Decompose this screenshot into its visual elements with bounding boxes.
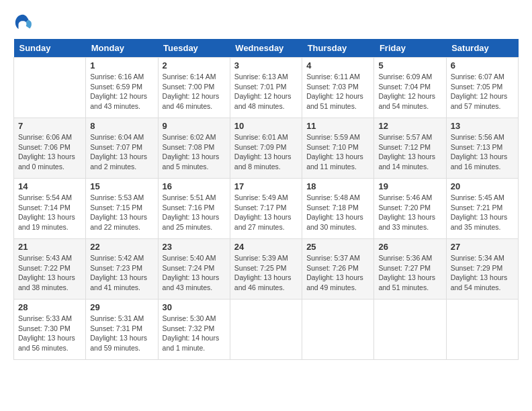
calendar-cell: 20Sunrise: 5:45 AMSunset: 7:21 PMDayligh… bbox=[446, 179, 518, 239]
column-header-saturday: Saturday bbox=[446, 39, 518, 58]
day-number: 22 bbox=[90, 242, 153, 252]
column-header-monday: Monday bbox=[86, 39, 158, 58]
day-number: 29 bbox=[90, 302, 153, 312]
day-info: Sunrise: 5:43 AMSunset: 7:22 PMDaylight:… bbox=[18, 253, 81, 293]
calendar-cell: 24Sunrise: 5:39 AMSunset: 7:25 PMDayligh… bbox=[230, 239, 302, 300]
calendar-cell: 30Sunrise: 5:30 AMSunset: 7:32 PMDayligh… bbox=[158, 300, 230, 360]
day-info: Sunrise: 5:31 AMSunset: 7:31 PMDaylight:… bbox=[90, 314, 153, 353]
day-number: 30 bbox=[163, 302, 226, 312]
day-number: 23 bbox=[163, 242, 226, 252]
calendar-cell bbox=[374, 300, 446, 360]
day-info: Sunrise: 5:53 AMSunset: 7:15 PMDaylight:… bbox=[90, 193, 153, 232]
calendar-cell: 10Sunrise: 6:01 AMSunset: 7:09 PMDayligh… bbox=[230, 118, 302, 179]
column-header-friday: Friday bbox=[374, 39, 446, 58]
day-number: 24 bbox=[234, 242, 298, 252]
day-number: 7 bbox=[18, 121, 81, 131]
calendar-cell: 26Sunrise: 5:36 AMSunset: 7:27 PMDayligh… bbox=[374, 239, 446, 300]
day-info: Sunrise: 6:07 AMSunset: 7:05 PMDaylight:… bbox=[451, 72, 514, 111]
header bbox=[13, 13, 519, 32]
day-number: 6 bbox=[451, 60, 514, 71]
day-info: Sunrise: 5:34 AMSunset: 7:29 PMDaylight:… bbox=[451, 253, 514, 293]
calendar-cell bbox=[14, 58, 86, 118]
column-header-thursday: Thursday bbox=[302, 39, 374, 58]
day-info: Sunrise: 6:06 AMSunset: 7:06 PMDaylight:… bbox=[18, 132, 81, 172]
day-info: Sunrise: 5:33 AMSunset: 7:30 PMDaylight:… bbox=[18, 314, 81, 353]
calendar-header-row: SundayMondayTuesdayWednesdayThursdayFrid… bbox=[14, 39, 519, 58]
day-number: 14 bbox=[18, 181, 81, 191]
day-number: 5 bbox=[378, 60, 441, 71]
day-info: Sunrise: 5:46 AMSunset: 7:20 PMDaylight:… bbox=[378, 193, 441, 232]
day-info: Sunrise: 6:02 AMSunset: 7:08 PMDaylight:… bbox=[163, 132, 226, 172]
day-number: 28 bbox=[18, 302, 81, 312]
day-info: Sunrise: 5:57 AMSunset: 7:12 PMDaylight:… bbox=[378, 132, 441, 172]
calendar-cell: 2Sunrise: 6:14 AMSunset: 7:00 PMDaylight… bbox=[158, 58, 230, 118]
day-number: 8 bbox=[90, 121, 153, 131]
calendar-week-2: 7Sunrise: 6:06 AMSunset: 7:06 PMDaylight… bbox=[14, 118, 519, 179]
day-info: Sunrise: 6:09 AMSunset: 7:04 PMDaylight:… bbox=[378, 72, 441, 111]
column-header-wednesday: Wednesday bbox=[230, 39, 302, 58]
calendar-cell: 3Sunrise: 6:13 AMSunset: 7:01 PMDaylight… bbox=[230, 58, 302, 118]
day-info: Sunrise: 5:48 AMSunset: 7:18 PMDaylight:… bbox=[306, 193, 369, 232]
day-info: Sunrise: 6:16 AMSunset: 6:59 PMDaylight:… bbox=[90, 72, 153, 111]
calendar-cell: 6Sunrise: 6:07 AMSunset: 7:05 PMDaylight… bbox=[446, 58, 518, 118]
day-number: 20 bbox=[451, 181, 514, 191]
calendar-cell: 22Sunrise: 5:42 AMSunset: 7:23 PMDayligh… bbox=[86, 239, 158, 300]
calendar-cell bbox=[230, 300, 302, 360]
calendar-week-5: 28Sunrise: 5:33 AMSunset: 7:30 PMDayligh… bbox=[14, 300, 519, 360]
day-number: 16 bbox=[163, 181, 226, 191]
calendar-cell: 1Sunrise: 6:16 AMSunset: 6:59 PMDaylight… bbox=[86, 58, 158, 118]
day-number: 18 bbox=[306, 181, 369, 191]
calendar: SundayMondayTuesdayWednesdayThursdayFrid… bbox=[13, 39, 519, 360]
column-header-tuesday: Tuesday bbox=[158, 39, 230, 58]
day-number: 1 bbox=[90, 60, 153, 71]
calendar-cell: 9Sunrise: 6:02 AMSunset: 7:08 PMDaylight… bbox=[158, 118, 230, 179]
day-number: 4 bbox=[306, 60, 369, 71]
day-info: Sunrise: 5:49 AMSunset: 7:17 PMDaylight:… bbox=[234, 193, 298, 232]
day-number: 9 bbox=[163, 121, 226, 131]
day-info: Sunrise: 5:40 AMSunset: 7:24 PMDaylight:… bbox=[163, 253, 226, 293]
day-info: Sunrise: 5:59 AMSunset: 7:10 PMDaylight:… bbox=[306, 132, 369, 172]
calendar-cell: 19Sunrise: 5:46 AMSunset: 7:20 PMDayligh… bbox=[374, 179, 446, 239]
day-info: Sunrise: 5:39 AMSunset: 7:25 PMDaylight:… bbox=[234, 253, 298, 293]
calendar-cell: 12Sunrise: 5:57 AMSunset: 7:12 PMDayligh… bbox=[374, 118, 446, 179]
day-number: 21 bbox=[18, 242, 81, 252]
calendar-cell: 11Sunrise: 5:59 AMSunset: 7:10 PMDayligh… bbox=[302, 118, 374, 179]
day-number: 25 bbox=[306, 242, 369, 252]
calendar-cell: 21Sunrise: 5:43 AMSunset: 7:22 PMDayligh… bbox=[14, 239, 86, 300]
calendar-week-4: 21Sunrise: 5:43 AMSunset: 7:22 PMDayligh… bbox=[14, 239, 519, 300]
calendar-cell: 15Sunrise: 5:53 AMSunset: 7:15 PMDayligh… bbox=[86, 179, 158, 239]
calendar-cell: 14Sunrise: 5:54 AMSunset: 7:14 PMDayligh… bbox=[14, 179, 86, 239]
column-header-sunday: Sunday bbox=[14, 39, 86, 58]
day-info: Sunrise: 5:30 AMSunset: 7:32 PMDaylight:… bbox=[163, 314, 226, 353]
calendar-cell: 28Sunrise: 5:33 AMSunset: 7:30 PMDayligh… bbox=[14, 300, 86, 360]
day-info: Sunrise: 5:54 AMSunset: 7:14 PMDaylight:… bbox=[18, 193, 81, 232]
logo bbox=[13, 13, 35, 32]
calendar-cell: 18Sunrise: 5:48 AMSunset: 7:18 PMDayligh… bbox=[302, 179, 374, 239]
calendar-cell: 29Sunrise: 5:31 AMSunset: 7:31 PMDayligh… bbox=[86, 300, 158, 360]
day-info: Sunrise: 5:45 AMSunset: 7:21 PMDaylight:… bbox=[451, 193, 514, 232]
calendar-cell: 17Sunrise: 5:49 AMSunset: 7:17 PMDayligh… bbox=[230, 179, 302, 239]
day-info: Sunrise: 5:36 AMSunset: 7:27 PMDaylight:… bbox=[378, 253, 441, 293]
day-number: 13 bbox=[451, 121, 514, 131]
day-number: 27 bbox=[451, 242, 514, 252]
day-info: Sunrise: 5:51 AMSunset: 7:16 PMDaylight:… bbox=[163, 193, 226, 232]
day-number: 15 bbox=[90, 181, 153, 191]
day-info: Sunrise: 6:11 AMSunset: 7:03 PMDaylight:… bbox=[306, 72, 369, 111]
day-info: Sunrise: 6:04 AMSunset: 7:07 PMDaylight:… bbox=[90, 132, 153, 172]
day-number: 12 bbox=[378, 121, 441, 131]
day-number: 17 bbox=[234, 181, 298, 191]
calendar-cell: 13Sunrise: 5:56 AMSunset: 7:13 PMDayligh… bbox=[446, 118, 518, 179]
calendar-cell: 8Sunrise: 6:04 AMSunset: 7:07 PMDaylight… bbox=[86, 118, 158, 179]
day-info: Sunrise: 5:56 AMSunset: 7:13 PMDaylight:… bbox=[451, 132, 514, 172]
calendar-cell bbox=[302, 300, 374, 360]
day-info: Sunrise: 5:37 AMSunset: 7:26 PMDaylight:… bbox=[306, 253, 369, 293]
calendar-cell: 27Sunrise: 5:34 AMSunset: 7:29 PMDayligh… bbox=[446, 239, 518, 300]
calendar-cell: 4Sunrise: 6:11 AMSunset: 7:03 PMDaylight… bbox=[302, 58, 374, 118]
calendar-cell: 7Sunrise: 6:06 AMSunset: 7:06 PMDaylight… bbox=[14, 118, 86, 179]
day-number: 26 bbox=[378, 242, 441, 252]
calendar-cell: 23Sunrise: 5:40 AMSunset: 7:24 PMDayligh… bbox=[158, 239, 230, 300]
calendar-cell: 16Sunrise: 5:51 AMSunset: 7:16 PMDayligh… bbox=[158, 179, 230, 239]
day-info: Sunrise: 6:14 AMSunset: 7:00 PMDaylight:… bbox=[163, 72, 226, 111]
calendar-week-3: 14Sunrise: 5:54 AMSunset: 7:14 PMDayligh… bbox=[14, 179, 519, 239]
calendar-week-1: 1Sunrise: 6:16 AMSunset: 6:59 PMDaylight… bbox=[14, 58, 519, 118]
